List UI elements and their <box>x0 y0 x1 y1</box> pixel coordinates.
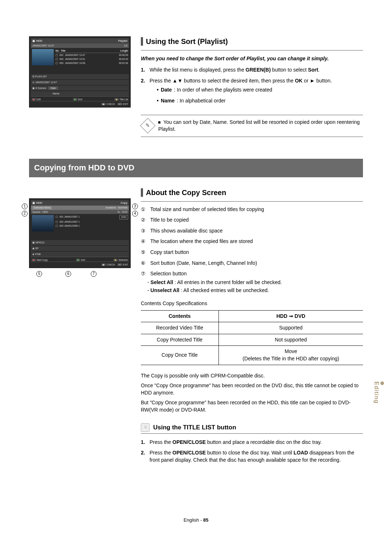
copy-screenshot: ▣ HDDCopy Selected ItemsAvailable : 4099… <box>29 198 131 268</box>
hand-icon: ☟ <box>141 423 150 432</box>
section-title-copy-screen: About the Copy Screen <box>141 187 363 198</box>
copy-spec-table: ContentsHDD ➞ DVD Recorded Video TitleSu… <box>141 310 363 365</box>
note-icon: ✎ <box>140 118 155 133</box>
note-box: ✎ You can sort by Date, Name. Sorted lis… <box>141 115 363 137</box>
titlelist-steps: 1. Press the OPEN/CLOSE button and place… <box>141 439 363 464</box>
copy-note-1: The Copy is possible only with CPRM-Comp… <box>141 372 363 380</box>
intro-emphasis: When you need to change the Sort order o… <box>141 55 363 62</box>
main-heading-copying: Copying from HDD to DVD <box>29 159 363 177</box>
page-footer: English - 85 <box>0 517 392 523</box>
subsection-title-titlelist: ☟ Using the TITLE LIST button <box>141 423 363 434</box>
playlist-screenshot: ▣ HDDPlaylist JAN/02/2007 13:471/3 No.Ti… <box>29 36 131 108</box>
copy-note-3: But "Copy Once programme" has been recor… <box>141 399 363 413</box>
side-tab-editing: Editing <box>372 381 384 404</box>
table-caption: Contents Copy Specifications <box>141 300 363 307</box>
sort-steps: 1. While the list menu is displayed, pre… <box>141 66 363 108</box>
copy-screen-legend: ①Total size and number of selected title… <box>141 206 363 294</box>
section-title-sort-playlist: Using the Sort (Playlist) <box>141 36 363 46</box>
copy-note-2: Once "Copy Once programme" has been reco… <box>141 382 363 396</box>
